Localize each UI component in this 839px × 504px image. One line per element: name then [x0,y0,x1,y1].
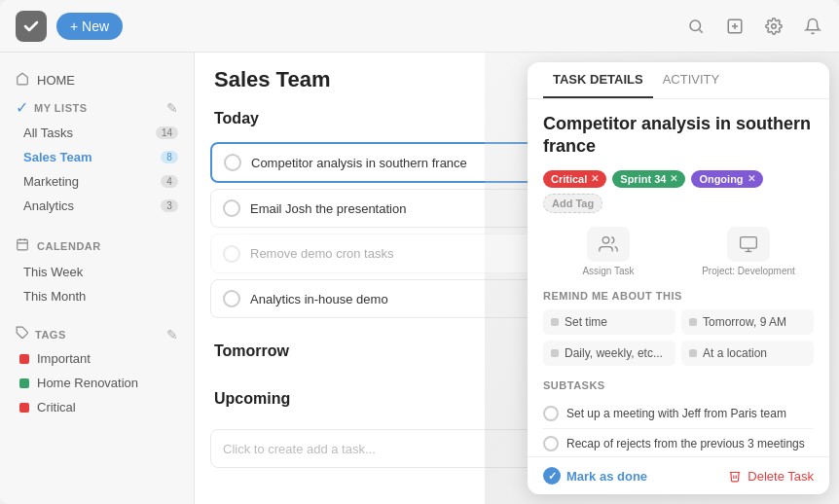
task-tags: Critical ✕ Sprint 34 ✕ Ongoing ✕ Add T [543,170,814,213]
tag-add[interactable]: Add Tag [543,194,602,213]
svg-rect-3 [18,239,28,250]
remind-daily-weekly[interactable]: Daily, weekly, etc... [543,341,675,366]
subtask-checkbox-0[interactable] [543,406,559,421]
tags-icon [16,326,29,342]
tag-dot-important [19,354,29,364]
remind-grid: Set time Tomorrow, 9 AM Daily, weekly, e… [543,309,814,366]
task-actions-row: Assign Task Project: Development [543,227,814,276]
task-detail-title: Competitor analysis in southern france [543,113,814,159]
top-bar: + New [0,0,839,53]
svg-point-19 [602,236,609,243]
my-lists-header[interactable]: ✓ MY LISTS ✎ [0,94,194,121]
delete-icon [728,469,742,483]
sidebar-item-home[interactable]: HOME [0,66,194,94]
calendar-title: CALENDAR [37,240,101,252]
top-bar-right [685,16,823,37]
sidebar-item-sales-team[interactable]: Sales Team 8 [0,145,194,169]
task-detail-footer: ✓ Mark as done Delete Task [528,456,829,494]
content-area: Sales Team Add Members ··· [195,53,839,504]
sidebar: HOME ✓ MY LISTS ✎ All Tasks 14 [0,53,195,504]
home-icon [16,72,29,89]
subtask-item-0[interactable]: Set up a meeting with Jeff from Paris te… [543,399,814,429]
remind-dot-set-time [551,318,559,326]
remind-dot-location [689,349,697,357]
task-checkbox-email[interactable] [223,199,240,217]
remind-set-time[interactable]: Set time [543,309,675,335]
notification-icon[interactable] [802,16,823,37]
page-title: Sales Team [214,67,330,92]
remind-section-label: REMIND ME ABOUT THIS [543,290,814,302]
sidebar-tag-important[interactable]: Important [0,346,194,371]
new-button[interactable]: + New [56,13,123,40]
sidebar-tag-critical[interactable]: Critical [0,395,194,419]
task-detail-body: Competitor analysis in southern france C… [528,99,829,456]
sidebar-item-this-week[interactable]: This Week [0,260,194,284]
home-label: HOME [37,73,75,88]
settings-icon[interactable] [763,16,784,37]
my-lists-check-icon: ✓ [16,98,28,117]
subtasks-list: Set up a meeting with Jeff from Paris te… [543,399,814,456]
tag-sprint[interactable]: Sprint 34 ✕ [612,170,685,188]
mark-done-button[interactable]: ✓ Mark as done [543,467,647,485]
remind-dot-daily [551,349,559,357]
tags-edit-icon[interactable]: ✎ [166,327,178,342]
subtasks-section-label: SUBTASKS [543,379,814,391]
calendar-icon [16,237,29,254]
assign-task-icon [587,227,630,262]
delete-task-button[interactable]: Delete Task [728,469,814,484]
remind-tomorrow-9am[interactable]: Tomorrow, 9 AM [681,309,814,335]
calendar-header[interactable]: CALENDAR [0,232,194,260]
mark-done-check-icon: ✓ [543,467,561,485]
top-bar-left: + New [16,11,123,42]
tag-critical[interactable]: Critical ✕ [543,170,606,188]
share-icon[interactable] [724,16,746,37]
svg-rect-20 [741,236,757,248]
search-icon[interactable] [685,16,707,37]
tab-activity[interactable]: ACTIVITY [653,62,730,98]
subtask-item-1[interactable]: Recap of rejects from the previous 3 mee… [543,429,814,456]
svg-point-2 [772,23,777,28]
tag-dot-home-renovation [19,378,29,388]
sidebar-item-all-tasks[interactable]: All Tasks 14 [0,121,194,145]
sidebar-item-this-month[interactable]: This Month [0,284,194,308]
tab-task-details[interactable]: TASK DETAILS [543,62,653,98]
task-checkbox-competitor[interactable] [224,154,241,171]
task-detail-tabs: TASK DETAILS ACTIVITY [528,62,829,99]
sidebar-item-marketing[interactable]: Marketing 4 [0,169,194,194]
assign-task-action[interactable]: Assign Task [543,227,674,276]
remind-location[interactable]: At a location [681,341,814,366]
project-action[interactable]: Project: Development [683,227,814,276]
tags-title: TAGS [35,329,66,341]
tag-ongoing[interactable]: Ongoing ✕ [691,170,762,188]
my-lists-title: MY LISTS [34,102,88,114]
task-checkbox-analytics-demo[interactable] [223,290,240,307]
calendar-section: CALENDAR This Week This Month [0,232,194,308]
app-logo[interactable] [16,11,47,42]
task-checkbox-demo-cron[interactable] [223,245,240,263]
tags-header[interactable]: TAGS ✎ [0,322,194,346]
remind-dot-tomorrow [689,318,697,326]
my-lists-edit-icon[interactable]: ✎ [166,100,178,116]
tags-section: TAGS ✎ Important Home Renovation Critica… [0,322,194,419]
my-lists-section: ✓ MY LISTS ✎ All Tasks 14 Sales Team 8 [0,94,194,218]
tag-ongoing-remove[interactable]: ✕ [748,173,755,184]
subtask-checkbox-1[interactable] [543,436,559,451]
tag-sprint-remove[interactable]: ✕ [670,173,677,184]
main-layout: HOME ✓ MY LISTS ✎ All Tasks 14 [0,53,839,504]
project-icon [727,227,770,262]
my-lists-items: All Tasks 14 Sales Team 8 Marketing 4 An… [0,121,194,218]
tag-dot-critical [19,403,29,413]
sidebar-item-analytics[interactable]: Analytics 3 [0,194,194,218]
task-detail-panel: TASK DETAILS ACTIVITY Competitor analysi… [528,62,829,494]
sidebar-tag-home-renovation[interactable]: Home Renovation [0,371,194,395]
tag-critical-remove[interactable]: ✕ [591,173,599,184]
svg-point-0 [690,20,701,31]
